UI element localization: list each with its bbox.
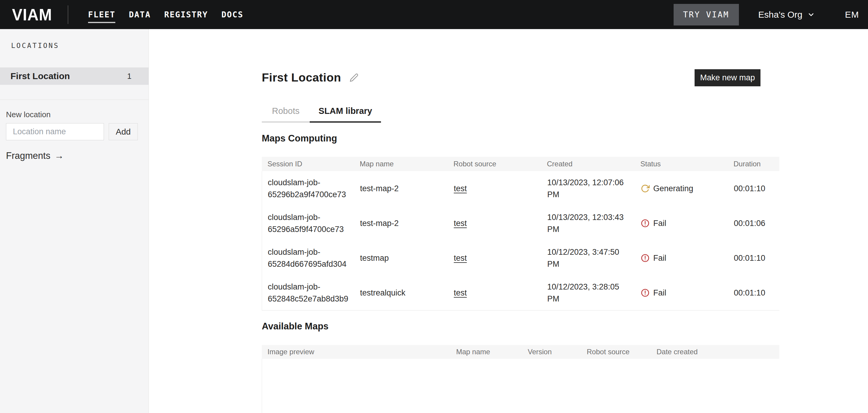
status-cell: Generating [635, 184, 728, 193]
col-date-created: Date created [651, 348, 779, 356]
generating-refresh-icon [641, 184, 650, 193]
sidebar-item-first-location[interactable]: First Location 1 [0, 67, 149, 85]
fragments-label: Fragments [6, 150, 50, 161]
duration-cell: 00:01:10 [728, 254, 780, 263]
try-viam-button[interactable]: TRY VIAM [674, 4, 739, 26]
col-created: Created [541, 160, 635, 168]
locations-heading: LOCATIONS [11, 42, 59, 50]
col-status: Status [635, 160, 728, 168]
edit-pencil-icon[interactable] [349, 73, 359, 82]
col-session-id: Session ID [262, 160, 354, 168]
available-maps-heading: Available Maps [262, 321, 779, 332]
nav-item-fleet[interactable]: FLEET [88, 0, 115, 29]
status-label: Fail [653, 254, 666, 263]
topbar-right: TRY VIAM Esha's Org EM [674, 4, 864, 26]
main-area: First Location Make new map Robots SLAM … [149, 29, 868, 413]
robot-source-link[interactable]: test [454, 219, 467, 228]
new-location-input[interactable] [6, 123, 104, 140]
map-name-cell: testmap [354, 254, 448, 263]
tab-robots[interactable]: Robots [262, 106, 310, 123]
maps-computing-table-body: cloudslam-job- 65296b2a9f4700ce73 test-m… [262, 171, 779, 310]
robot-source-link[interactable]: test [454, 254, 467, 263]
robot-source-cell: test [448, 288, 541, 298]
table-row: cloudslam-job- 65296b2a9f4700ce73 test-m… [262, 171, 779, 206]
page-title: First Location [262, 71, 341, 84]
new-location-label: New location [6, 110, 51, 119]
make-new-map-button[interactable]: Make new map [694, 69, 761, 86]
col-version: Version [522, 348, 581, 356]
nav-item-registry[interactable]: REGISTRY [164, 0, 208, 29]
created-cell: 10/12/2023, 3:47:50 PM [541, 246, 635, 270]
map-name-cell: test-map-2 [354, 184, 448, 193]
map-name-cell: test-map-2 [354, 219, 448, 228]
topbar: VIAM FLEET DATA REGISTRY DOCS TRY VIAM E… [0, 0, 868, 29]
org-name: Esha's Org [758, 9, 802, 20]
created-cell: 10/13/2023, 12:03:43 PM [541, 211, 635, 235]
fail-alert-icon [641, 219, 650, 228]
org-switcher[interactable]: Esha's Org [758, 9, 815, 20]
tab-bar: Robots SLAM library [262, 106, 779, 123]
sidebar-divider [0, 99, 149, 100]
status-cell: Fail [635, 219, 728, 228]
user-avatar-initials[interactable]: EM [845, 9, 859, 20]
fail-alert-icon [641, 254, 650, 263]
location-robot-count: 1 [127, 71, 131, 81]
tab-slam-library[interactable]: SLAM library [310, 106, 381, 123]
nav-item-docs[interactable]: DOCS [221, 0, 243, 29]
fail-alert-icon [641, 288, 650, 297]
maps-computing-heading: Maps Computing [262, 133, 779, 144]
table-row: cloudslam-job- 65284d667695afd304 testma… [262, 241, 779, 275]
col-map-name: Map name [354, 160, 448, 168]
nav-item-data[interactable]: DATA [129, 0, 151, 29]
session-id-cell: cloudslam-job- 65296a5f9f4700ce73 [262, 211, 354, 235]
col-duration: Duration [728, 160, 779, 168]
status-cell: Fail [635, 288, 728, 298]
col-robot-source: Robot source [581, 348, 651, 356]
col-image-preview: Image preview [262, 348, 451, 356]
robot-source-link[interactable]: test [454, 184, 467, 193]
primary-nav: FLEET DATA REGISTRY DOCS [88, 0, 243, 29]
arrow-right-icon: → [55, 150, 64, 161]
available-maps-table-body [262, 359, 779, 413]
duration-cell: 00:01:10 [728, 184, 780, 193]
maps-computing-table: Session ID Map name Robot source Created… [262, 157, 779, 311]
session-id-cell: cloudslam-job- 65296b2a9f4700ce73 [262, 177, 354, 201]
status-label: Generating [653, 184, 693, 193]
maps-computing-table-header: Session ID Map name Robot source Created… [262, 157, 779, 171]
status-label: Fail [653, 219, 666, 228]
robot-source-cell: test [448, 184, 541, 193]
robot-source-link[interactable]: test [454, 288, 467, 297]
map-name-cell: testrealquick [354, 288, 448, 298]
status-label: Fail [653, 288, 666, 298]
status-cell: Fail [635, 254, 728, 263]
col-map-name: Map name [451, 348, 522, 356]
created-cell: 10/12/2023, 3:28:05 PM [541, 281, 635, 305]
topbar-divider [68, 5, 68, 24]
add-location-button[interactable]: Add [109, 123, 138, 140]
available-maps-table: Image preview Map name Version Robot sou… [262, 345, 779, 413]
duration-cell: 00:01:06 [728, 219, 780, 228]
fragments-link[interactable]: Fragments → [6, 150, 64, 161]
robot-source-cell: test [448, 254, 541, 263]
table-row: cloudslam-job- 65296a5f9f4700ce73 test-m… [262, 206, 779, 241]
session-id-cell: cloudslam-job- 652848c52e7ab8d3b9 [262, 281, 354, 305]
created-cell: 10/13/2023, 12:07:06 PM [541, 177, 635, 201]
chevron-down-icon [807, 11, 815, 19]
viam-logo[interactable]: VIAM [12, 6, 52, 23]
table-row: cloudslam-job- 652848c52e7ab8d3b9 testre… [262, 275, 779, 310]
app-body: LOCATIONS First Location 1 New location … [0, 29, 868, 413]
location-name: First Location [10, 71, 70, 81]
locations-sidebar: LOCATIONS First Location 1 New location … [0, 29, 149, 413]
duration-cell: 00:01:10 [728, 288, 780, 298]
session-id-cell: cloudslam-job- 65284d667695afd304 [262, 246, 354, 270]
page-header: First Location Make new map [262, 68, 779, 87]
available-maps-table-header: Image preview Map name Version Robot sou… [262, 345, 779, 359]
robot-source-cell: test [448, 219, 541, 228]
col-robot-source: Robot source [448, 160, 541, 168]
